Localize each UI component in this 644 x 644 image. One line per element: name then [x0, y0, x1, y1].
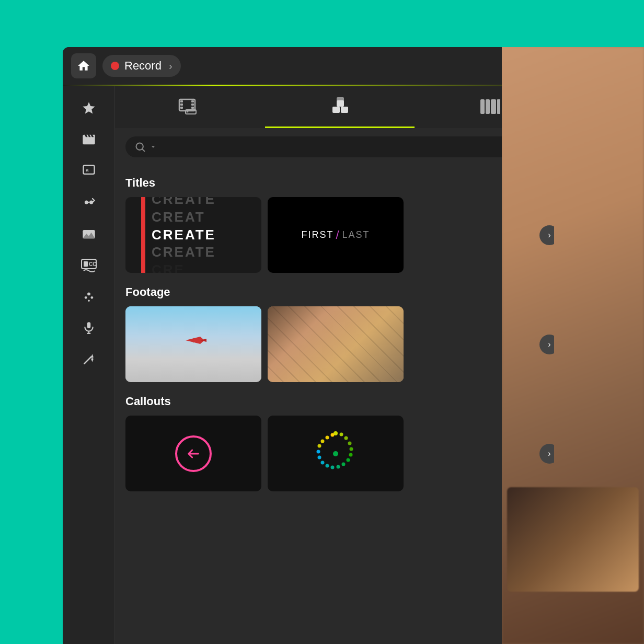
- preview-image: [502, 47, 644, 644]
- svg-rect-28: [337, 97, 344, 104]
- search-bar[interactable]: [125, 136, 554, 157]
- svg-point-55: [331, 433, 335, 436]
- sidebar-item-captions[interactable]: CC: [75, 251, 102, 279]
- callout-thumb-arrow[interactable]: [125, 416, 261, 491]
- home-icon: [77, 59, 90, 73]
- arrow-icon: [82, 195, 96, 210]
- title-thumb-firstlast[interactable]: FIRST / LAST: [268, 197, 404, 273]
- record-button[interactable]: Record ›: [102, 55, 181, 77]
- footage-header: Footage See All: [125, 285, 554, 299]
- svg-point-48: [326, 464, 329, 467]
- svg-point-50: [318, 455, 321, 459]
- svg-rect-18: [180, 100, 183, 102]
- svg-rect-19: [180, 104, 183, 106]
- sidebar: a C: [63, 86, 115, 644]
- content-scroll[interactable]: Titles See All CREATE CREAT CREATE: [115, 166, 565, 644]
- footage-thumb-mall[interactable]: [268, 306, 404, 382]
- titles-label: Titles: [125, 176, 155, 190]
- callouts-label: Callouts: [125, 395, 171, 408]
- svg-point-56: [333, 451, 338, 456]
- home-button[interactable]: [71, 53, 96, 78]
- sidebar-item-magic[interactable]: [75, 346, 102, 373]
- svg-point-43: [349, 453, 353, 456]
- svg-rect-0: [83, 166, 94, 174]
- sidebar-item-filmstrip[interactable]: [75, 126, 102, 153]
- app-window: Record › a: [63, 47, 565, 644]
- section-footage: Footage See All: [115, 279, 565, 384]
- svg-line-16: [84, 357, 91, 364]
- svg-text:CC: CC: [89, 261, 96, 267]
- search-container: [115, 128, 565, 166]
- microphone-icon: [82, 321, 96, 335]
- svg-point-51: [317, 450, 320, 453]
- svg-line-34: [142, 149, 144, 151]
- sidebar-item-transitions[interactable]: [75, 189, 102, 216]
- svg-point-44: [347, 458, 350, 462]
- svg-point-2: [84, 201, 88, 204]
- header-bar: Record ›: [63, 47, 565, 85]
- svg-rect-29: [480, 99, 485, 114]
- svg-rect-32: [497, 99, 500, 114]
- sidebar-item-effects[interactable]: [75, 283, 102, 310]
- chevron-down-icon: [150, 143, 157, 151]
- left-arrow-icon: [186, 446, 201, 461]
- sidebar-item-text[interactable]: a: [75, 157, 102, 185]
- svg-rect-22: [191, 104, 194, 106]
- preview-panel: [502, 47, 644, 644]
- svg-point-12: [88, 300, 90, 302]
- search-icon: [135, 142, 145, 152]
- callout-thumb-dots[interactable]: [268, 416, 404, 491]
- svg-point-53: [321, 439, 325, 443]
- record-label: Record: [124, 59, 162, 73]
- background-icon: [82, 226, 96, 241]
- svg-point-46: [337, 465, 340, 468]
- svg-rect-31: [491, 99, 496, 114]
- svg-point-54: [326, 435, 329, 439]
- svg-rect-13: [87, 322, 90, 328]
- tabs-bar: [115, 86, 565, 128]
- svg-point-47: [331, 465, 335, 469]
- svg-marker-37: [191, 338, 194, 343]
- titles-thumbnails: CREATE CREAT CREATE CREATE CRE FIRST: [125, 197, 554, 273]
- svg-point-49: [321, 461, 325, 464]
- svg-point-41: [348, 441, 352, 445]
- svg-point-45: [342, 462, 346, 466]
- svg-rect-23: [191, 107, 194, 109]
- footage-thumb-airplane[interactable]: [125, 306, 261, 382]
- books-icon: [478, 95, 501, 118]
- sidebar-item-backgrounds[interactable]: [75, 220, 102, 247]
- svg-rect-30: [486, 99, 490, 114]
- dots-circle-icon: [312, 430, 359, 477]
- arrow-circle: [175, 435, 212, 472]
- film-icon: [82, 132, 96, 147]
- svg-point-39: [340, 432, 343, 436]
- svg-point-11: [90, 296, 93, 299]
- content-panel: Titles See All CREATE CREAT CREATE: [115, 86, 565, 644]
- blocks-icon: [327, 94, 352, 119]
- svg-rect-26: [341, 107, 348, 113]
- titles-header: Titles See All: [125, 176, 554, 190]
- svg-point-9: [87, 292, 90, 295]
- text-icon: a: [82, 164, 96, 178]
- svg-rect-20: [180, 107, 183, 109]
- effects-icon: [82, 289, 96, 304]
- create-text-stack: CREATE CREAT CREATE CREATE CRE: [125, 197, 261, 273]
- svg-point-10: [84, 296, 87, 299]
- svg-point-42: [350, 447, 353, 451]
- sidebar-item-audio[interactable]: [75, 314, 102, 341]
- film-library-icon: [178, 95, 201, 118]
- sidebar-item-favorites[interactable]: [75, 95, 102, 122]
- tab-elements[interactable]: [265, 86, 415, 128]
- footage-thumbnails: ›: [125, 306, 554, 382]
- airplane-shape: [186, 335, 206, 346]
- first-last-text: FIRST / LAST: [301, 228, 370, 242]
- footage-label: Footage: [125, 285, 170, 299]
- svg-rect-25: [332, 107, 340, 113]
- title-thumb-create[interactable]: CREATE CREAT CREATE CREATE CRE: [125, 197, 261, 273]
- chevron-right-icon: ›: [169, 60, 172, 72]
- section-callouts: Callouts See All: [115, 388, 565, 493]
- tab-media[interactable]: [115, 86, 265, 128]
- svg-point-40: [344, 436, 348, 440]
- svg-text:a: a: [86, 167, 89, 172]
- svg-rect-21: [191, 100, 194, 102]
